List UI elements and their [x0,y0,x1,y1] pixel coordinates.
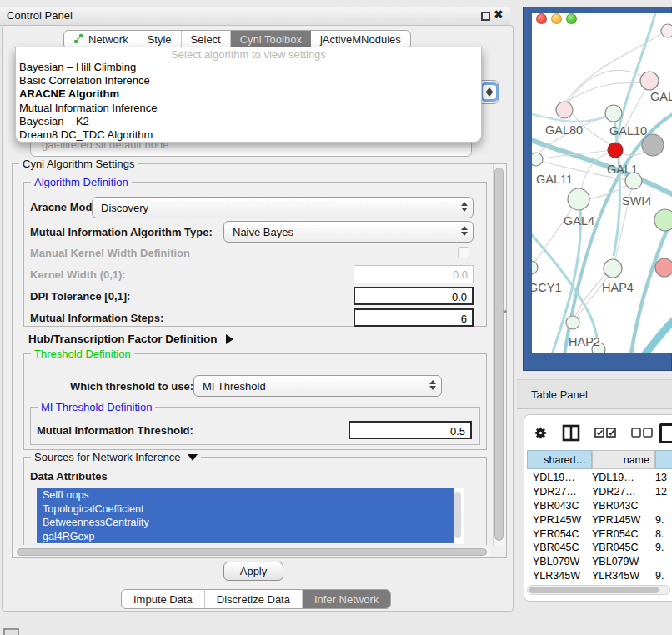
algorithm-option[interactable]: Mutual Information Inference [16,102,481,115]
data-attributes-list[interactable]: SelfLoopsTopologicalCoefficientBetweenne… [37,488,464,544]
maximize-traffic-light[interactable] [566,13,577,24]
manual-kernel-label: Manual Kernel Width Definition [30,247,190,259]
dpi-tolerance-input[interactable]: 0.0 [354,287,474,305]
minimize-traffic-light[interactable] [551,13,562,24]
table-row[interactable]: YBL079WYBL079W [527,555,672,569]
mi-threshold-input[interactable]: 0.5 [349,421,472,439]
mi-type-combobox[interactable]: Naive Bayes [223,221,474,242]
which-threshold-combobox[interactable]: MI Threshold [193,375,442,397]
node-label: HAP4 [602,281,634,294]
node-label: GAL [650,90,672,103]
table-cell: YLR345W [592,570,655,582]
node-label: GAL11 [536,172,573,186]
aracne-mode-combobox[interactable]: Discovery [92,197,474,218]
dpi-tolerance-label: DPI Tolerance [0,1]: [30,290,130,302]
minimized-panel-icon[interactable] [3,628,19,635]
algorithm-option[interactable]: Basic Correlation Inference [16,74,481,88]
list-scrollbar-thumb[interactable] [454,492,461,538]
algorithm-option[interactable]: Bayesian – Hill Climbing [16,61,481,74]
combo-arrows-icon [461,226,468,236]
column-header-shared-name[interactable]: shared… [527,450,592,469]
tab-label: jActiveMNodules [320,33,401,46]
tab-discretize-data[interactable]: Discretize Data [205,590,303,608]
settings-group-title: Cyni Algorithm Settings [19,158,138,170]
table-options-icon[interactable] [659,423,672,443]
sources-group-title: Sources for Network Inference [31,451,201,463]
network-node[interactable] [605,105,622,122]
table-cell: YDL19… [527,472,592,483]
tab-label: Cyni Toolbox [240,33,302,46]
table-row[interactable]: YER054CYER054C8. [527,527,672,541]
settings-horizontal-scrollbar-thumb[interactable] [17,548,487,556]
network-node[interactable] [640,72,659,90]
gear-icon[interactable] [534,426,548,443]
hub-definition-expander[interactable]: Hub/Transcription Factor Definition [28,332,233,345]
tab-label: Select [191,33,221,46]
attribute-item-selected[interactable]: TopologicalCoefficient [37,502,454,517]
table-header-row: shared… name [527,450,672,469]
settings-vertical-scrollbar-thumb[interactable] [494,168,504,541]
network-node[interactable] [604,259,622,278]
select-all-checkboxes-icon[interactable] [594,427,617,442]
close-traffic-light[interactable] [536,13,547,24]
table-cell: YBL079W [527,556,592,568]
table-row[interactable]: YBR045CYBR045C9. [527,541,672,555]
aracne-mode-value: Discovery [101,202,148,214]
float-panel-icon[interactable] [481,12,490,21]
network-node[interactable] [608,142,623,158]
tab-label: Discretize Data [217,593,290,606]
network-node[interactable] [654,209,672,231]
algorithm-option[interactable]: ARACNE Algorithm [16,88,481,101]
tab-select[interactable]: Select [182,31,231,48]
network-node[interactable] [655,258,672,277]
network-node[interactable] [661,24,672,38]
tab-style[interactable]: Style [138,31,182,48]
attribute-item-selected[interactable]: gal4RGexp [37,530,454,544]
tab-jactivemnodules[interactable]: jActiveMNodules [311,31,410,48]
attribute-item-selected[interactable]: BetweennessCentrality [37,516,454,530]
attribute-item-selected[interactable]: SelfLoops [37,488,454,502]
combobox-spinner-focused[interactable] [480,82,499,102]
table-horizontal-scrollbar-thumb[interactable] [529,587,659,593]
algorithm-option[interactable]: Dream8 DC_TDC Algorithm [16,128,481,142]
network-node[interactable] [566,316,579,329]
network-canvas[interactable]: GALGAL80GAL10GAL1GAL11SWI4GAL4GCY1HAP4YH… [532,12,672,353]
control-panel-titlebar [0,7,510,26]
table-row[interactable]: YDR27…YDR27…12 [527,485,672,499]
kernel-width-input[interactable]: 0.0 [354,265,474,283]
manual-kernel-checkbox[interactable] [458,247,469,258]
tab-network[interactable]: Network [64,31,138,48]
threshold-definition-title: Threshold Definition [31,348,134,360]
algorithm-option[interactable]: Bayesian – K2 [16,115,481,128]
tab-infer-network[interactable]: Infer Network [303,590,390,608]
tab-cyni-toolbox[interactable]: Cyni Toolbox [231,31,311,48]
node-label: GAL4 [564,214,594,228]
node-label: HAP2 [569,335,600,348]
split-columns-icon[interactable] [562,424,580,445]
apply-button[interactable]: Apply [223,562,283,581]
network-node[interactable] [568,188,589,210]
table-row[interactable]: YLR345WYLR345W9. [527,569,672,583]
column-header-name[interactable]: name [592,450,655,469]
table-cell: 8. [655,528,672,540]
table-cell: 12 [655,486,672,498]
column-header-partial[interactable] [655,450,672,469]
dropdown-placeholder: Select algorithm to view settings [16,48,481,61]
table-row[interactable]: YIL053CYIL053C9. [527,582,672,583]
table-cell: YDR27… [527,486,592,498]
network-node[interactable] [532,152,543,166]
mi-steps-input[interactable]: 6 [354,308,474,327]
table-row[interactable]: YDL19…YDL19…13 [527,471,672,485]
table-row[interactable]: YPR145WYPR145W9. [527,512,672,527]
node-label: GAL1 [607,162,638,176]
tab-impute-data[interactable]: Impute Data [122,590,205,608]
deselect-all-checkboxes-icon[interactable] [631,427,654,442]
split-pane-collapse-icon[interactable]: ◂ [503,307,507,315]
network-node[interactable] [532,261,538,274]
network-icon [73,33,84,47]
combo-arrows-icon [429,380,436,390]
table-row[interactable]: YBR043CYBR043C [527,499,672,513]
close-icon[interactable]: ✖ [494,8,504,21]
network-node[interactable] [556,102,573,118]
table-cell: YER054C [592,528,655,540]
